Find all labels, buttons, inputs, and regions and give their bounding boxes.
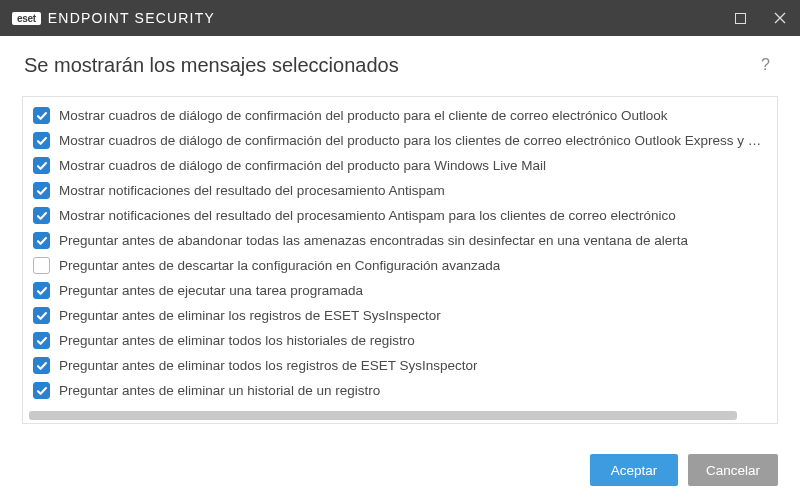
message-checkbox[interactable] — [33, 282, 50, 299]
message-label: Mostrar cuadros de diálogo de confirmaci… — [59, 158, 546, 173]
message-checkbox[interactable] — [33, 107, 50, 124]
message-label: Mostrar notificaciones del resultado del… — [59, 183, 445, 198]
message-row: Mostrar cuadros de diálogo de confirmaci… — [31, 128, 773, 153]
titlebar: eset ENDPOINT SECURITY — [0, 0, 800, 36]
message-checkbox[interactable] — [33, 207, 50, 224]
message-label: Preguntar antes de descartar la configur… — [59, 258, 500, 273]
message-label: Mostrar cuadros de diálogo de confirmaci… — [59, 108, 668, 123]
message-label: Preguntar antes de eliminar todos los hi… — [59, 333, 415, 348]
message-checkbox[interactable] — [33, 357, 50, 374]
message-checkbox[interactable] — [33, 132, 50, 149]
message-label: Preguntar antes de eliminar los registro… — [59, 308, 441, 323]
message-checkbox[interactable] — [33, 182, 50, 199]
message-row: Preguntar antes de descartar la configur… — [31, 253, 773, 278]
messages-list-container: Mostrar cuadros de diálogo de confirmaci… — [22, 96, 778, 424]
message-checkbox[interactable] — [33, 332, 50, 349]
message-label: Preguntar antes de eliminar un historial… — [59, 383, 380, 398]
accept-button[interactable]: Aceptar — [590, 454, 678, 486]
message-checkbox[interactable] — [33, 382, 50, 399]
dialog-footer: Aceptar Cancelar — [0, 440, 800, 500]
window-close-button[interactable] — [760, 0, 800, 36]
horizontal-scrollbar-thumb[interactable] — [29, 411, 737, 420]
message-row: Mostrar notificaciones del resultado del… — [31, 178, 773, 203]
dialog-header: Se mostrarán los mensajes seleccionados … — [0, 36, 800, 88]
message-row: Preguntar antes de eliminar los registro… — [31, 303, 773, 328]
message-checkbox[interactable] — [33, 232, 50, 249]
window-maximize-button[interactable] — [720, 0, 760, 36]
help-button[interactable]: ? — [755, 52, 776, 78]
maximize-icon — [735, 13, 746, 24]
horizontal-scrollbar[interactable] — [29, 411, 759, 420]
message-checkbox[interactable] — [33, 307, 50, 324]
brand-badge: eset — [12, 12, 41, 25]
message-row: Preguntar antes de eliminar un historial… — [31, 378, 773, 403]
message-label: Mostrar notificaciones del resultado del… — [59, 208, 676, 223]
svg-rect-0 — [735, 13, 745, 23]
message-row: Preguntar antes de eliminar todos los re… — [31, 353, 773, 378]
page-title: Se mostrarán los mensajes seleccionados — [24, 54, 755, 77]
close-icon — [774, 12, 786, 24]
messages-list[interactable]: Mostrar cuadros de diálogo de confirmaci… — [23, 97, 777, 423]
message-label: Preguntar antes de eliminar todos los re… — [59, 358, 477, 373]
message-row: Preguntar antes de abandonar todas las a… — [31, 228, 773, 253]
message-row: Mostrar cuadros de diálogo de confirmaci… — [31, 103, 773, 128]
product-name: ENDPOINT SECURITY — [48, 10, 215, 26]
message-row: Preguntar antes de ejecutar una tarea pr… — [31, 278, 773, 303]
message-row: Preguntar antes de eliminar todos los hi… — [31, 328, 773, 353]
message-checkbox[interactable] — [33, 257, 50, 274]
cancel-button[interactable]: Cancelar — [688, 454, 778, 486]
message-checkbox[interactable] — [33, 157, 50, 174]
message-row: Mostrar notificaciones del resultado del… — [31, 203, 773, 228]
message-label: Preguntar antes de abandonar todas las a… — [59, 233, 688, 248]
message-label: Mostrar cuadros de diálogo de confirmaci… — [59, 133, 771, 148]
message-row: Mostrar cuadros de diálogo de confirmaci… — [31, 153, 773, 178]
message-label: Preguntar antes de ejecutar una tarea pr… — [59, 283, 363, 298]
